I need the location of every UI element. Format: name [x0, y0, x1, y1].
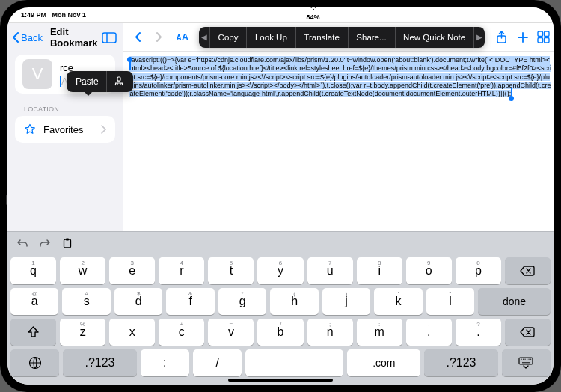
key-o[interactable]: 9o: [406, 257, 452, 284]
back-button[interactable]: Back: [10, 29, 44, 46]
sidebar-nav: Back Edit Bookmark: [7, 23, 123, 52]
menu-lookup[interactable]: Look Up: [247, 27, 295, 48]
done-key[interactable]: done: [478, 288, 551, 315]
key-y[interactable]: 6y: [257, 257, 303, 284]
space-key[interactable]: [245, 349, 343, 376]
wifi-icon: [309, 7, 318, 10]
bookmark-icon: V: [22, 59, 52, 89]
key-u[interactable]: 7u: [307, 257, 353, 284]
svg-rect-9: [66, 239, 69, 241]
page-title: Edit Bookmark: [50, 26, 99, 49]
menu-quicknote[interactable]: New Quick Note: [395, 27, 473, 48]
menu-scroll-right[interactable]: ▶: [474, 33, 485, 41]
bookmark-icon-letter: V: [32, 64, 43, 84]
shift-key[interactable]: [10, 319, 56, 346]
key-d[interactable]: $d: [114, 288, 162, 315]
backspace-key[interactable]: [505, 319, 551, 346]
keyboard: 1q2w3e4r5t6y7u8i9o0p @a#s$d&f*g(h)j'k"l …: [7, 231, 554, 385]
menu-translate[interactable]: Translate: [295, 27, 348, 48]
browser-toolbar: AA ◀ Copy Look Up Translate Share... New…: [123, 23, 554, 52]
globe-key[interactable]: [10, 349, 59, 376]
key-i[interactable]: 8i: [357, 257, 402, 284]
key-n[interactable]: ;n: [307, 319, 353, 346]
undo-button[interactable]: [15, 239, 30, 248]
tabs-button[interactable]: [536, 31, 552, 43]
key-f[interactable]: &f: [166, 288, 214, 315]
favorites-row[interactable]: Favorites: [15, 116, 115, 143]
menu-scroll-left[interactable]: ◀: [199, 33, 209, 41]
share-button[interactable]: [494, 31, 510, 44]
keyboard-shortcut-bar: [7, 232, 554, 254]
svg-rect-7: [545, 38, 550, 43]
key-e[interactable]: 3e: [109, 257, 155, 284]
favorites-label: Favorites: [43, 124, 83, 135]
backspace-key-top[interactable]: [505, 257, 551, 284]
redo-button[interactable]: [37, 239, 52, 248]
symbols-key-right[interactable]: .?123: [424, 349, 497, 376]
key-h[interactable]: (h: [270, 288, 318, 315]
chevron-right-icon: [100, 125, 106, 134]
key-z[interactable]: %z: [60, 319, 105, 346]
key-a[interactable]: @a: [10, 288, 58, 315]
svg-rect-0: [102, 33, 116, 43]
punct-colon-key[interactable]: :: [141, 349, 189, 376]
address-bar-content[interactable]: javascript:(()=>{var e='https://cdnjs.cl…: [123, 52, 554, 231]
nav-forward-button[interactable]: [150, 31, 167, 43]
key-r[interactable]: 4r: [159, 257, 204, 284]
key-m[interactable]: :m: [357, 319, 402, 346]
symbols-key-left[interactable]: .?123: [63, 349, 136, 376]
key-,[interactable]: !,: [406, 319, 452, 346]
menu-copy[interactable]: Copy: [210, 27, 247, 48]
star-icon: [24, 123, 36, 135]
autofill-button[interactable]: [106, 71, 132, 92]
status-left: 1:49 PM Mon Nov 1: [21, 11, 86, 19]
svg-rect-8: [64, 239, 71, 248]
key-c[interactable]: +c: [159, 319, 204, 346]
content-pane: AA ◀ Copy Look Up Translate Share... New…: [123, 23, 554, 231]
sidebar-toggle-button[interactable]: [102, 29, 117, 46]
key-l[interactable]: "l: [426, 288, 474, 315]
key-s[interactable]: #s: [62, 288, 110, 315]
key-q[interactable]: 1q: [10, 257, 56, 284]
status-time: 1:49 PM: [21, 11, 46, 19]
back-label: Back: [21, 32, 43, 43]
location-section-label: LOCATION: [24, 105, 123, 113]
new-tab-button[interactable]: [515, 31, 531, 43]
status-bar: 1:49 PM Mon Nov 1 ✈︎ 84%: [7, 7, 554, 22]
key-v[interactable]: =v: [208, 319, 254, 346]
battery-pct: 84%: [307, 13, 320, 21]
key-x[interactable]: -x: [109, 319, 155, 346]
key-b[interactable]: /b: [257, 319, 303, 346]
code-text: javascript:(()=>{var e='https://cdnjs.cl…: [129, 56, 551, 97]
dismiss-keyboard-key[interactable]: [502, 349, 551, 376]
dotcom-key[interactable]: .com: [347, 349, 420, 376]
svg-rect-2: [117, 77, 120, 81]
key-k[interactable]: 'k: [374, 288, 422, 315]
home-indicator[interactable]: [228, 379, 333, 382]
svg-rect-4: [538, 31, 543, 37]
sidebar-pane: Back Edit Bookmark V rce Address Paste: [7, 23, 123, 231]
key-p[interactable]: 0p: [456, 257, 501, 284]
paste-button[interactable]: Paste: [68, 71, 106, 92]
menu-share[interactable]: Share...: [348, 27, 394, 48]
key-j[interactable]: )j: [322, 288, 370, 315]
svg-rect-6: [538, 38, 543, 43]
punct-slash-key[interactable]: /: [193, 349, 242, 376]
nav-back-button[interactable]: [129, 31, 146, 43]
key-w[interactable]: 2w: [60, 257, 105, 284]
edit-menu-popover: Paste: [67, 71, 133, 92]
selection-context-menu: ◀ Copy Look Up Translate Share... New Qu…: [199, 27, 485, 48]
key-.[interactable]: ?.: [456, 319, 501, 346]
key-t[interactable]: 5t: [208, 257, 254, 284]
key-g[interactable]: *g: [218, 288, 266, 315]
reader-aa-button[interactable]: AA: [176, 31, 188, 43]
status-date: Mon Nov 1: [52, 11, 87, 19]
svg-rect-5: [545, 31, 550, 37]
clipboard-button[interactable]: [60, 238, 75, 248]
